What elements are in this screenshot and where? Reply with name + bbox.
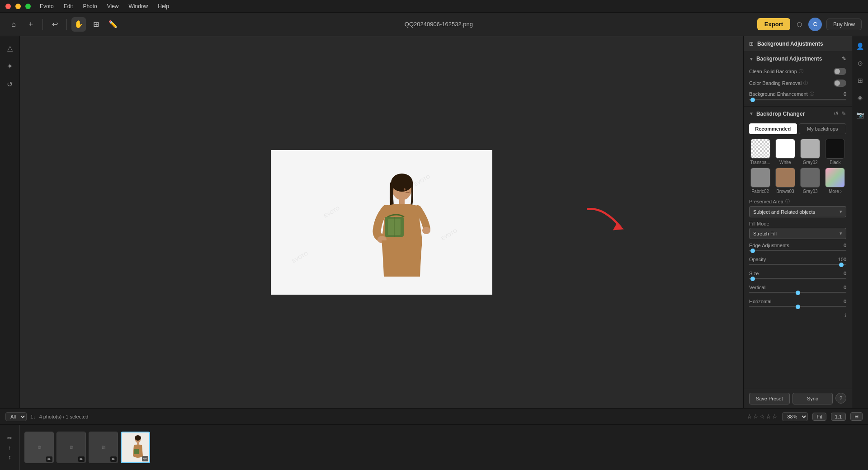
share-icon[interactable]: ⬡ (795, 19, 804, 30)
star-tool[interactable]: ✦ (3, 59, 17, 73)
fill-mode-chevron-icon: ▾ (840, 230, 842, 236)
edge-adj-thumb[interactable] (750, 249, 755, 253)
preserved-area-dropdown[interactable]: Subject and Related objects ▾ (749, 206, 846, 217)
color-banding-toggle[interactable] (834, 80, 846, 87)
size-row: Size 0 (744, 269, 852, 283)
hand-tool[interactable]: ✋ (71, 17, 86, 32)
backdrop-header[interactable]: ▼ Backdrop Changer ↺ ✎ (744, 107, 852, 121)
size-slider[interactable] (749, 278, 846, 279)
avatar[interactable]: C (808, 18, 822, 31)
sync-button[interactable]: Sync (793, 393, 833, 404)
vertical-thumb[interactable] (796, 291, 800, 295)
right-icons-bar: 👤 ⊙ ⊞ ◈ 📷 (852, 36, 868, 408)
edge-adj-slider[interactable] (749, 250, 846, 251)
zoom-select[interactable]: 88% (782, 412, 808, 421)
panel-icon-grid[interactable]: ⊞ (854, 74, 867, 87)
minimize-btn[interactable] (15, 4, 21, 9)
filmstrip-edit-btn[interactable]: ✏ (7, 435, 12, 442)
panel-icon-camera[interactable]: 📷 (854, 108, 867, 121)
star-2[interactable]: ☆ (753, 413, 759, 420)
help-button[interactable]: ? (835, 393, 846, 404)
fill-mode-label: Fill Mode (749, 221, 846, 226)
backdrop-reset-button[interactable]: ↺ (834, 110, 839, 117)
home-button[interactable]: ⌂ (6, 17, 21, 32)
window-controls[interactable] (5, 4, 31, 9)
swatch-gray03[interactable]: Gray03 (799, 168, 821, 194)
info-icon2[interactable]: ⓘ (803, 80, 808, 86)
history-tool[interactable]: ↺ (3, 77, 17, 91)
menu-edit[interactable]: Edit (62, 2, 75, 10)
horizontal-slider[interactable] (749, 306, 846, 307)
export-button[interactable]: Export (757, 18, 790, 30)
filmstrip-thumb-3[interactable]: 🖼 ✏ (89, 432, 118, 463)
opacity-slider[interactable] (749, 264, 846, 265)
color-banding-row: Color Banding Removal ⓘ (744, 77, 852, 89)
panel-icon-2[interactable]: ⊙ (854, 57, 867, 70)
fill-mode-dropdown[interactable]: Stretch Fill ▾ (749, 228, 846, 239)
menu-photo[interactable]: Photo (81, 2, 99, 10)
backdrop-tabs: Recommended My backdrops (744, 121, 852, 136)
menu-view[interactable]: View (105, 2, 121, 10)
star-4[interactable]: ☆ (766, 413, 771, 420)
add-button[interactable]: ＋ (24, 17, 38, 32)
red-arrow-indicator (583, 203, 628, 235)
star-3[interactable]: ☆ (760, 413, 765, 420)
horizontal-thumb[interactable] (796, 305, 800, 309)
save-preset-button[interactable]: Save Preset (749, 393, 790, 404)
thumb2-icon: 🖼 (70, 446, 73, 450)
titlebar-left: Evoto Edit Photo View Window Help (5, 2, 171, 10)
swatch-more[interactable]: More › (824, 168, 846, 194)
sort-icon: 1↓ (30, 414, 36, 419)
filmstrip-wrapper: ✏ ↑ ↕ 🖼 ✏ 🖼 ✏ 🖼 (0, 424, 868, 470)
close-btn[interactable] (5, 4, 11, 9)
size-thumb[interactable] (750, 277, 755, 281)
filter-select[interactable]: All (5, 412, 27, 421)
opacity-thumb[interactable] (839, 263, 844, 267)
buy-now-button[interactable]: Buy Now (826, 19, 862, 30)
clean-solid-toggle[interactable] (834, 68, 846, 75)
tab-recommended[interactable]: Recommended (749, 123, 797, 134)
triangle-tool[interactable]: △ (3, 41, 17, 55)
swatch-transparent[interactable]: Transpa... (749, 139, 771, 165)
dropdown-chevron-icon: ▾ (840, 209, 842, 215)
bg-adjustments-header[interactable]: ▼ Background Adjustments ✎ (744, 52, 852, 66)
maximize-btn[interactable] (25, 4, 31, 9)
filmstrip-thumb-2[interactable]: 🖼 ✏ (57, 432, 86, 463)
bg-enhancement-thumb[interactable] (750, 98, 755, 102)
brush-tool[interactable]: ✏️ (106, 17, 120, 32)
filmstrip-compare-btn[interactable]: ↕ (8, 454, 11, 461)
undo-button[interactable]: ↩ (47, 17, 62, 32)
tab-my-backdrops[interactable]: My backdrops (799, 123, 847, 134)
filmstrip-upload-btn[interactable]: ↑ (8, 444, 11, 451)
swatch-brown03[interactable]: Brown03 (774, 168, 796, 194)
menu-window[interactable]: Window (127, 2, 150, 10)
panel-icon-1[interactable]: 👤 (854, 40, 867, 52)
swatch-gray02[interactable]: Gray02 (799, 139, 821, 165)
grid-view-button[interactable]: ⊟ (850, 412, 863, 421)
info-icon[interactable]: ⓘ (799, 68, 803, 75)
fit-button[interactable]: Fit (812, 413, 826, 421)
filmstrip-thumb-4-selected[interactable]: ✏ (121, 432, 150, 463)
swatch-black[interactable]: Black (824, 139, 846, 165)
info-icon3[interactable]: ⓘ (810, 91, 814, 97)
backdrop-edit-button[interactable]: ✎ (841, 110, 846, 117)
backdrop-title: Backdrop Changer (756, 111, 831, 117)
vertical-slider[interactable] (749, 292, 846, 293)
menu-evoto[interactable]: Evoto (38, 2, 56, 10)
star-rating[interactable]: ☆ ☆ ☆ ☆ ☆ (747, 413, 778, 420)
star-5[interactable]: ☆ (772, 413, 778, 420)
bg-enhancement-slider[interactable] (749, 99, 846, 100)
menu-help[interactable]: Help (156, 2, 171, 10)
swatch-label-fabric02: Fabric02 (751, 189, 769, 194)
preserved-area-info-icon[interactable]: ⓘ (785, 198, 790, 205)
swatch-fabric02[interactable]: Fabric02 (749, 168, 771, 194)
filmstrip-thumb-1[interactable]: 🖼 ✏ (24, 432, 54, 463)
panel-icon-adjust[interactable]: ◈ (854, 91, 867, 104)
ratio-button[interactable]: 1:1 (831, 413, 846, 421)
crop-tool[interactable]: ⊞ (89, 17, 103, 32)
swatch-white[interactable]: White (774, 139, 796, 165)
bg-enhancement-header: Background Enhancement ⓘ 0 (749, 91, 846, 97)
color-banding-label: Color Banding Removal ⓘ (749, 80, 831, 86)
edit-icon[interactable]: ✎ (842, 56, 846, 62)
star-1[interactable]: ☆ (747, 413, 752, 420)
